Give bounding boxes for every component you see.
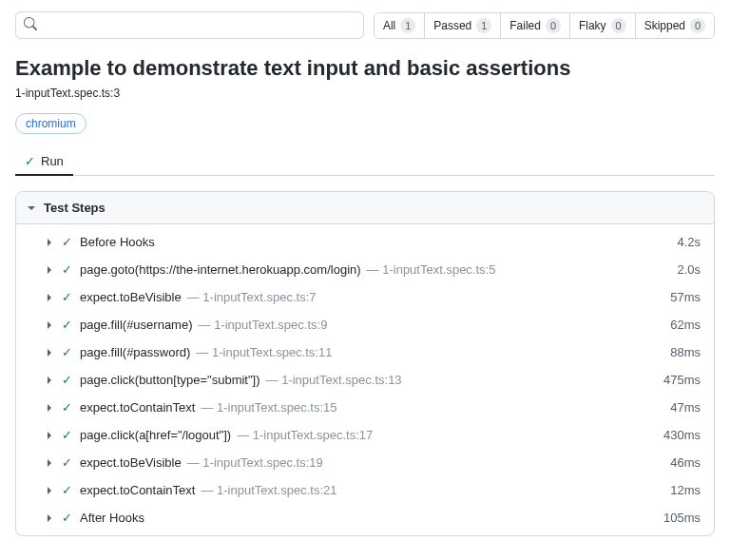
step-duration: 88ms [670, 345, 701, 359]
step-name: page.click(a[href="/logout"]) [80, 428, 231, 442]
check-icon: ✓ [62, 262, 72, 277]
test-step[interactable]: ✓page.goto(https://the-internet.herokuap… [16, 256, 714, 283]
chevron-right-icon[interactable] [45, 431, 54, 440]
test-steps-panel: Test Steps ✓Before Hooks4.2s✓page.goto(h… [15, 191, 715, 536]
check-icon: ✓ [62, 483, 72, 497]
check-icon: ✓ [25, 154, 35, 168]
tab-label: Run [41, 154, 64, 168]
filter-label: Flaky [579, 19, 606, 32]
test-step[interactable]: ✓expect.toContainText1-inputText.spec.ts… [16, 394, 714, 421]
check-icon: ✓ [62, 400, 72, 415]
step-name: page.click(button[type="submit"]) [80, 373, 260, 387]
filter-skipped[interactable]: Skipped0 [636, 13, 714, 38]
test-step[interactable]: ✓page.click(button[type="submit"])1-inpu… [16, 366, 714, 394]
panel-header[interactable]: Test Steps [16, 192, 714, 224]
step-duration: 57ms [670, 290, 701, 304]
tab-run[interactable]: ✓ Run [15, 148, 73, 176]
step-duration: 2.0s [677, 262, 701, 277]
step-title: page.click(button[type="submit"])1-input… [80, 373, 663, 387]
filter-label: Skipped [644, 19, 685, 32]
filter-count: 0 [690, 18, 705, 33]
chevron-right-icon[interactable] [45, 348, 54, 357]
filter-passed[interactable]: Passed1 [425, 13, 501, 38]
step-title: page.click(a[href="/logout"])1-inputText… [80, 428, 663, 442]
test-step[interactable]: ✓Before Hooks4.2s [16, 228, 714, 256]
step-name: expect.toContainText [80, 400, 195, 415]
filter-count: 0 [611, 18, 626, 33]
filter-count: 0 [546, 18, 561, 33]
step-title: Before Hooks [80, 235, 677, 249]
chevron-right-icon[interactable] [45, 320, 54, 330]
step-source: 1-inputText.spec.ts:7 [187, 290, 317, 304]
step-title: After Hooks [80, 511, 663, 525]
check-icon: ✓ [62, 373, 72, 387]
filter-count: 1 [476, 18, 491, 33]
step-duration: 46ms [670, 455, 701, 470]
filter-count: 1 [400, 18, 415, 33]
step-title: expect.toContainText1-inputText.spec.ts:… [80, 400, 670, 415]
step-source: 1-inputText.spec.ts:5 [367, 262, 496, 277]
test-step[interactable]: ✓page.fill(#username)1-inputText.spec.ts… [16, 311, 714, 338]
check-icon: ✓ [62, 428, 72, 442]
step-duration: 4.2s [677, 235, 701, 249]
step-name: expect.toBeVisible [80, 455, 182, 470]
step-title: page.goto(https://the-internet.herokuapp… [80, 262, 677, 277]
step-source: 1-inputText.spec.ts:17 [237, 428, 373, 442]
filter-label: All [383, 19, 395, 32]
check-icon: ✓ [62, 290, 72, 304]
check-icon: ✓ [62, 455, 72, 470]
step-title: expect.toBeVisible1-inputText.spec.ts:7 [80, 290, 670, 304]
page-title: Example to demonstrate text input and ba… [15, 56, 715, 81]
step-title: page.fill(#password)1-inputText.spec.ts:… [80, 345, 670, 359]
step-name: page.goto(https://the-internet.herokuapp… [80, 262, 361, 277]
step-duration: 12ms [670, 483, 701, 497]
filter-flaky[interactable]: Flaky0 [570, 13, 636, 38]
search-icon [24, 17, 37, 33]
chevron-right-icon[interactable] [45, 293, 54, 302]
test-step[interactable]: ✓After Hooks105ms [16, 504, 714, 531]
step-duration: 47ms [670, 400, 701, 415]
check-icon: ✓ [62, 318, 72, 332]
chevron-right-icon[interactable] [45, 238, 54, 247]
step-duration: 475ms [663, 373, 701, 387]
chevron-right-icon[interactable] [45, 458, 54, 468]
step-duration: 430ms [663, 428, 701, 442]
filter-group: All1Passed1Failed0Flaky0Skipped0 [374, 12, 715, 39]
steps-list: ✓Before Hooks4.2s✓page.goto(https://the-… [16, 224, 714, 535]
step-duration: 62ms [670, 318, 701, 332]
check-icon: ✓ [62, 511, 72, 525]
step-source: 1-inputText.spec.ts:13 [266, 373, 402, 387]
panel-title: Test Steps [44, 201, 106, 215]
test-step[interactable]: ✓expect.toBeVisible1-inputText.spec.ts:7… [16, 283, 714, 311]
filter-failed[interactable]: Failed0 [501, 13, 570, 38]
step-source: 1-inputText.spec.ts:11 [196, 345, 332, 359]
search-input[interactable] [43, 18, 355, 32]
search-box[interactable] [15, 11, 364, 39]
chevron-right-icon[interactable] [45, 486, 54, 495]
step-name: expect.toBeVisible [80, 290, 182, 304]
filter-label: Failed [509, 19, 541, 32]
step-name: page.fill(#password) [80, 345, 190, 359]
step-source: 1-inputText.spec.ts:21 [201, 483, 336, 497]
step-name: Before Hooks [80, 235, 155, 249]
step-source: 1-inputText.spec.ts:9 [199, 318, 328, 332]
test-step[interactable]: ✓expect.toBeVisible1-inputText.spec.ts:1… [16, 449, 714, 476]
chevron-right-icon[interactable] [45, 403, 54, 413]
step-source: 1-inputText.spec.ts:15 [201, 400, 336, 415]
check-icon: ✓ [62, 235, 72, 249]
tabs: ✓ Run [15, 147, 715, 176]
test-step[interactable]: ✓expect.toContainText1-inputText.spec.ts… [16, 476, 714, 504]
test-step[interactable]: ✓page.click(a[href="/logout"])1-inputTex… [16, 421, 714, 449]
chevron-right-icon[interactable] [45, 513, 54, 523]
chevron-right-icon[interactable] [45, 265, 54, 275]
step-name: page.fill(#username) [80, 318, 193, 332]
test-step[interactable]: ✓page.fill(#password)1-inputText.spec.ts… [16, 338, 714, 366]
browser-tag[interactable]: chromium [15, 113, 86, 134]
filter-label: Passed [433, 19, 471, 32]
chevron-down-icon [27, 203, 36, 213]
chevron-right-icon[interactable] [45, 376, 54, 385]
filter-all[interactable]: All1 [375, 13, 425, 38]
step-title: page.fill(#username)1-inputText.spec.ts:… [80, 318, 670, 332]
step-duration: 105ms [663, 511, 701, 525]
step-name: After Hooks [80, 511, 144, 525]
